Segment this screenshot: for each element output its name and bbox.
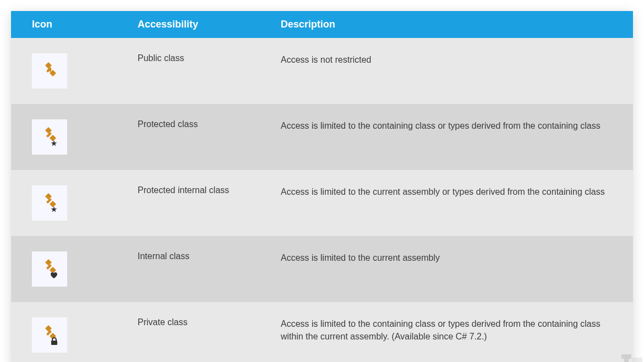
- svg-rect-18: [51, 341, 57, 345]
- table-row: Protected internal class Access is limit…: [11, 170, 633, 236]
- cell-icon: [11, 38, 127, 104]
- svg-rect-21: [632, 358, 642, 362]
- table-row: Protected class Access is limited to the…: [11, 104, 633, 170]
- cell-description: Access is not restricted: [270, 38, 633, 104]
- header-icon: Icon: [11, 11, 127, 38]
- cell-icon: [11, 236, 127, 302]
- class-private-icon: [32, 317, 67, 353]
- svg-marker-11: [51, 206, 57, 212]
- cell-description: Access is limited to the current assembl…: [270, 236, 633, 302]
- class-protected-internal-icon: [32, 185, 67, 221]
- cell-description: Access is limited to the containing clas…: [270, 104, 633, 170]
- class-icons-table-card: Icon Accessibility Description: [11, 11, 633, 362]
- table-header-row: Icon Accessibility Description: [11, 11, 633, 38]
- table-row: Private class Access is limited to the c…: [11, 302, 633, 362]
- table-row: Internal class Access is limited to the …: [11, 236, 633, 302]
- svg-marker-5: [50, 135, 56, 141]
- cell-accessibility: Public class: [127, 38, 270, 104]
- cell-accessibility: Protected class: [127, 104, 270, 170]
- class-internal-icon: [32, 251, 67, 287]
- svg-marker-7: [51, 140, 57, 146]
- cell-icon: [11, 104, 127, 170]
- cell-description: Access is limited to the current assembl…: [270, 170, 633, 236]
- cell-icon: [11, 302, 127, 362]
- cell-accessibility: Private class: [127, 302, 270, 362]
- svg-marker-9: [50, 201, 56, 207]
- cell-description: Access is limited to the containing clas…: [270, 302, 633, 362]
- class-public-icon: [32, 53, 67, 89]
- table-row: Public class Access is not restricted: [11, 38, 633, 104]
- cell-accessibility: Internal class: [127, 236, 270, 302]
- class-icons-table: Icon Accessibility Description: [11, 11, 633, 362]
- header-description: Description: [270, 11, 633, 38]
- class-protected-icon: [32, 119, 67, 155]
- cell-icon: [11, 170, 127, 236]
- header-accessibility: Accessibility: [127, 11, 270, 38]
- cell-accessibility: Protected internal class: [127, 170, 270, 236]
